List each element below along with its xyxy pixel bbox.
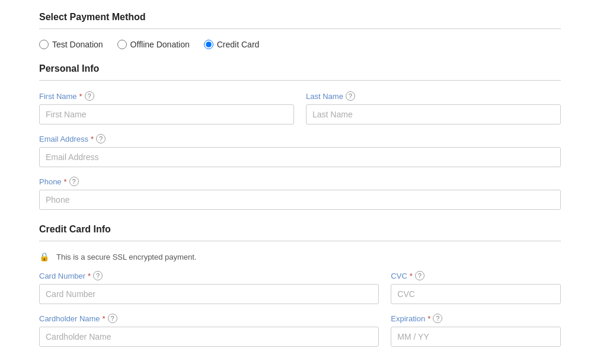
cardholder-name-input[interactable] xyxy=(39,327,379,347)
phone-input[interactable] xyxy=(39,190,561,210)
last-name-label: Last Name ? xyxy=(306,91,561,101)
radio-input-credit-card[interactable] xyxy=(204,40,213,49)
ssl-notice: 🔒 This is a secure SSL encrypted payment… xyxy=(39,252,561,261)
last-name-input[interactable] xyxy=(306,104,561,124)
radio-offline-donation[interactable]: Offline Donation xyxy=(117,40,190,49)
card-number-input[interactable] xyxy=(39,284,379,304)
personal-info-section: Personal Info First Name * ? Last Name ? xyxy=(39,63,561,210)
email-row: Email Address * ? xyxy=(39,134,561,167)
email-label: Email Address * ? xyxy=(39,134,561,143)
expiration-required: * xyxy=(427,314,430,323)
phone-row: Phone * ? xyxy=(39,177,561,210)
cvc-required: * xyxy=(410,272,413,280)
radio-credit-card[interactable]: Credit Card xyxy=(204,40,260,49)
phone-help-icon[interactable]: ? xyxy=(69,177,79,186)
first-name-group: First Name * ? xyxy=(39,91,294,124)
cvc-group: CVC * ? xyxy=(391,271,561,304)
email-group: Email Address * ? xyxy=(39,134,561,167)
lock-icon: 🔒 xyxy=(39,252,49,261)
payment-methods-group: Test Donation Offline Donation Credit Ca… xyxy=(39,40,561,49)
first-name-label: First Name * ? xyxy=(39,91,294,101)
cardholder-name-help-icon[interactable]: ? xyxy=(108,314,117,323)
last-name-help-icon[interactable]: ? xyxy=(346,91,355,101)
payment-method-section: Select Payment Method Test Donation Offl… xyxy=(39,12,561,49)
page-container: Select Payment Method Test Donation Offl… xyxy=(15,0,585,364)
divider-credit-card xyxy=(39,241,561,241)
card-cvc-row: Card Number * ? CVC * ? xyxy=(39,271,561,304)
personal-info-title: Personal Info xyxy=(39,63,561,74)
radio-label-offline: Offline Donation xyxy=(130,40,190,49)
expiration-input[interactable] xyxy=(391,327,561,347)
phone-label: Phone * ? xyxy=(39,177,561,186)
radio-label-test: Test Donation xyxy=(52,40,103,49)
radio-test-donation[interactable]: Test Donation xyxy=(39,40,103,49)
ssl-desc: This is a secure SSL encrypted payment. xyxy=(56,253,197,261)
first-name-input[interactable] xyxy=(39,104,294,124)
card-number-label: Card Number * ? xyxy=(39,271,379,280)
phone-required: * xyxy=(64,177,67,186)
email-help-icon[interactable]: ? xyxy=(96,134,106,143)
radio-input-offline[interactable] xyxy=(117,40,127,49)
cvc-input[interactable] xyxy=(391,284,561,304)
cardholder-expiry-row: Cardholder Name * ? Expiration * ? xyxy=(39,314,561,347)
card-number-group: Card Number * ? xyxy=(39,271,379,304)
credit-card-section: Credit Card Info 🔒 This is a secure SSL … xyxy=(39,224,561,347)
expiration-group: Expiration * ? xyxy=(391,314,561,347)
last-name-group: Last Name ? xyxy=(306,91,561,124)
payment-method-title: Select Payment Method xyxy=(39,12,561,23)
first-name-help-icon[interactable]: ? xyxy=(85,91,94,101)
cvc-label: CVC * ? xyxy=(391,271,561,280)
cvc-help-icon[interactable]: ? xyxy=(415,271,425,280)
cardholder-name-group: Cardholder Name * ? xyxy=(39,314,379,347)
email-input[interactable] xyxy=(39,147,561,167)
radio-input-test[interactable] xyxy=(39,40,49,49)
cardholder-name-required: * xyxy=(103,314,106,323)
phone-group: Phone * ? xyxy=(39,177,561,210)
card-number-required: * xyxy=(88,272,91,280)
first-name-required: * xyxy=(79,92,82,101)
cardholder-name-label: Cardholder Name * ? xyxy=(39,314,379,323)
expiration-label: Expiration * ? xyxy=(391,314,561,323)
divider-personal xyxy=(39,80,561,81)
card-number-help-icon[interactable]: ? xyxy=(93,271,103,280)
credit-card-title: Credit Card Info xyxy=(39,224,561,235)
expiration-help-icon[interactable]: ? xyxy=(433,314,442,323)
radio-label-credit-card: Credit Card xyxy=(217,40,260,49)
divider-payment xyxy=(39,28,561,29)
email-required: * xyxy=(91,135,94,143)
name-row: First Name * ? Last Name ? xyxy=(39,91,561,124)
